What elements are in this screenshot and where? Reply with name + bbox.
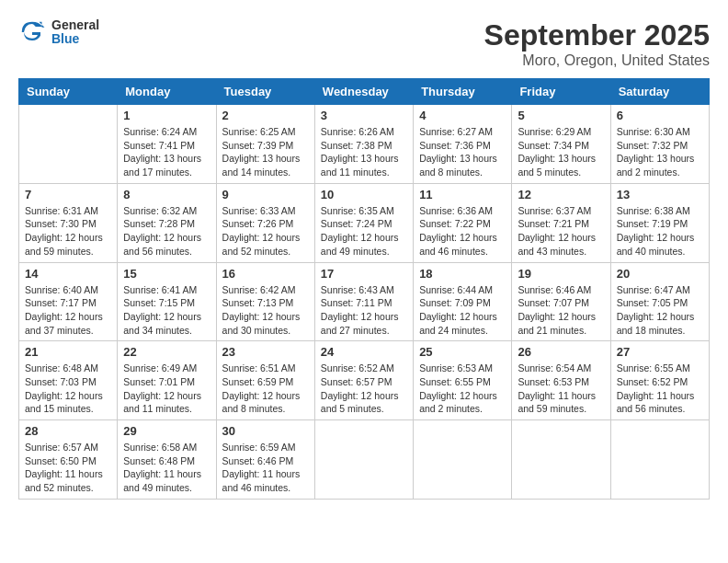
cell-line: Sunrise: 6:31 AM [25,205,98,216]
day-number: 15 [123,267,210,281]
day-number: 16 [222,267,309,281]
calendar-cell [610,420,709,500]
cell-line: Sunrise: 6:26 AM [321,126,394,137]
day-number: 11 [419,188,506,201]
cell-line: Sunrise: 6:58 AM [123,442,197,453]
cell-content: Sunrise: 6:47 AMSunset: 7:05 PMDaylight:… [617,283,703,338]
day-header-monday: Monday [118,79,216,105]
calendar-cell: 3Sunrise: 6:26 AMSunset: 7:38 PMDaylight… [314,105,413,184]
cell-line: Daylight: 13 hours [419,153,497,164]
calendar-cell: 21Sunrise: 6:48 AMSunset: 7:03 PMDayligh… [19,341,118,420]
cell-line: Sunset: 7:30 PM [25,218,97,229]
cell-line: Sunset: 6:55 PM [419,376,491,387]
cell-line: Daylight: 13 hours [617,153,695,164]
cell-line: Sunrise: 6:54 AM [518,362,591,373]
page-header: General Blue September 2025 Moro, Oregon… [18,18,710,69]
cell-content: Sunrise: 6:40 AMSunset: 7:17 PMDaylight:… [25,283,111,338]
cell-line: Sunset: 7:32 PM [617,140,688,151]
cell-line: Sunrise: 6:49 AM [123,362,197,373]
cell-line: Sunrise: 6:24 AM [123,126,197,137]
cell-line: Daylight: 13 hours [518,153,596,164]
calendar-cell: 29Sunrise: 6:58 AMSunset: 6:48 PMDayligh… [118,420,216,500]
cell-content: Sunrise: 6:35 AMSunset: 7:24 PMDaylight:… [321,204,407,259]
calendar-cell: 15Sunrise: 6:41 AMSunset: 7:15 PMDayligh… [118,262,216,341]
cell-line: Sunrise: 6:27 AM [419,126,493,137]
cell-line: and 59 minutes. [25,246,94,257]
calendar-cell: 1Sunrise: 6:24 AMSunset: 7:41 PMDaylight… [118,105,216,184]
cell-line: Sunset: 7:01 PM [123,376,195,387]
cell-line: Sunrise: 6:52 AM [321,362,394,373]
calendar-cell: 13Sunrise: 6:38 AMSunset: 7:19 PMDayligh… [610,183,709,262]
cell-line: Sunrise: 6:51 AM [222,362,296,373]
cell-line: Sunrise: 6:48 AM [25,362,98,373]
cell-line: Daylight: 12 hours [222,232,301,243]
cell-line: and 59 minutes. [518,403,586,414]
cell-line: Sunrise: 6:57 AM [25,442,98,453]
cell-line: Daylight: 12 hours [321,311,399,322]
cell-line: Sunrise: 6:42 AM [222,284,296,295]
cell-line: and 52 minutes. [25,482,94,493]
cell-line: Daylight: 11 hours [222,468,301,479]
calendar-cell: 8Sunrise: 6:32 AMSunset: 7:28 PMDaylight… [118,183,216,262]
day-number: 27 [617,345,703,359]
cell-line: and 34 minutes. [123,325,192,336]
cell-line: Daylight: 12 hours [25,232,103,243]
calendar-week-row: 21Sunrise: 6:48 AMSunset: 7:03 PMDayligh… [19,341,710,420]
cell-line: Sunset: 7:22 PM [419,218,491,229]
calendar-cell: 10Sunrise: 6:35 AMSunset: 7:24 PMDayligh… [314,183,413,262]
day-header-saturday: Saturday [610,79,709,105]
day-number: 22 [123,345,210,359]
cell-line: Sunrise: 6:59 AM [222,442,296,453]
cell-line: and 49 minutes. [321,246,390,257]
calendar-week-row: 14Sunrise: 6:40 AMSunset: 7:17 PMDayligh… [19,262,710,341]
cell-content: Sunrise: 6:51 AMSunset: 6:59 PMDaylight:… [222,362,309,416]
cell-line: Sunset: 7:38 PM [321,140,392,151]
day-number: 28 [25,424,111,438]
day-number: 21 [25,345,111,359]
calendar-cell: 4Sunrise: 6:27 AMSunset: 7:36 PMDaylight… [414,105,512,184]
cell-line: and 11 minutes. [321,167,390,178]
cell-content: Sunrise: 6:59 AMSunset: 6:46 PMDaylight:… [222,441,309,495]
cell-content: Sunrise: 6:49 AMSunset: 7:01 PMDaylight:… [123,362,210,416]
day-number: 7 [25,188,111,201]
cell-line: Daylight: 12 hours [222,311,301,322]
day-number: 18 [419,267,506,281]
cell-line: Sunset: 7:17 PM [25,297,97,308]
cell-line: Daylight: 11 hours [518,390,596,401]
day-number: 23 [222,345,309,359]
cell-line: and 46 minutes. [222,482,291,493]
cell-line: Sunrise: 6:46 AM [518,284,591,295]
calendar-cell: 28Sunrise: 6:57 AMSunset: 6:50 PMDayligh… [19,420,118,500]
day-number: 12 [518,188,604,201]
cell-line: Daylight: 12 hours [25,311,103,322]
calendar-cell [414,420,512,500]
cell-line: and 24 minutes. [419,325,488,336]
calendar-cell [19,105,118,184]
cell-line: and 8 minutes. [222,403,286,414]
cell-line: Sunrise: 6:38 AM [617,205,690,216]
cell-content: Sunrise: 6:55 AMSunset: 6:52 PMDaylight:… [617,362,703,416]
cell-content: Sunrise: 6:31 AMSunset: 7:30 PMDaylight:… [25,204,111,259]
cell-line: Daylight: 11 hours [25,468,103,479]
cell-line: Sunrise: 6:44 AM [419,284,493,295]
day-number: 3 [321,109,407,122]
cell-line: Sunrise: 6:29 AM [518,126,591,137]
cell-content: Sunrise: 6:46 AMSunset: 7:07 PMDaylight:… [518,283,604,338]
cell-line: Sunrise: 6:30 AM [617,126,690,137]
logo-text: General Blue [51,18,99,47]
cell-line: Daylight: 12 hours [518,311,596,322]
cell-line: and 30 minutes. [222,325,291,336]
cell-line: Sunset: 7:39 PM [222,140,294,151]
cell-line: Daylight: 12 hours [419,232,497,243]
day-number: 10 [321,188,407,201]
cell-line: and 46 minutes. [419,246,488,257]
day-header-tuesday: Tuesday [216,79,314,105]
cell-content: Sunrise: 6:27 AMSunset: 7:36 PMDaylight:… [419,125,506,179]
cell-line: Daylight: 12 hours [419,390,497,401]
calendar-cell: 23Sunrise: 6:51 AMSunset: 6:59 PMDayligh… [216,341,314,420]
cell-line: Daylight: 12 hours [617,311,695,322]
cell-content: Sunrise: 6:29 AMSunset: 7:34 PMDaylight:… [518,125,604,179]
day-number: 20 [617,267,703,281]
day-number: 19 [518,267,604,281]
cell-line: Sunset: 7:21 PM [518,218,589,229]
